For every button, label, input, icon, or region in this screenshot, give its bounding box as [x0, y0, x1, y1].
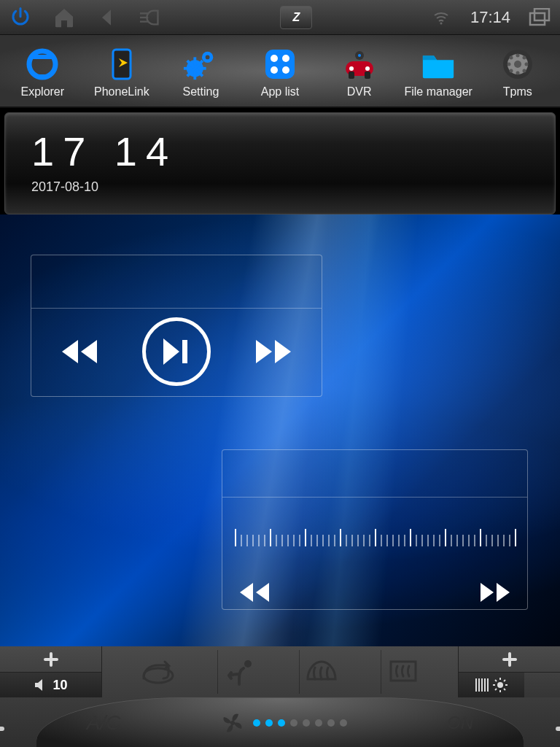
rewind-button[interactable]: [61, 338, 98, 365]
svg-point-35: [509, 56, 513, 60]
main-area: [0, 214, 560, 646]
applist-icon: [262, 46, 298, 82]
explorer-icon: [24, 46, 61, 82]
app-label: File manager: [404, 85, 472, 98]
sun-icon: [492, 677, 508, 693]
app-label: DVR: [347, 85, 372, 98]
svg-point-22: [358, 54, 361, 57]
svg-line-105: [495, 689, 497, 690]
svg-point-31: [516, 54, 519, 58]
temp-down-button[interactable]: [528, 711, 560, 747]
svg-point-33: [507, 63, 510, 66]
svg-rect-91: [391, 662, 416, 681]
svg-rect-5: [534, 9, 549, 20]
climate-mode-row: [102, 646, 458, 697]
clock-time: 17 14: [31, 128, 529, 175]
svg-point-30: [514, 61, 521, 68]
svg-rect-4: [530, 13, 545, 25]
svg-point-3: [440, 22, 442, 24]
svg-point-27: [365, 66, 370, 71]
app-label: Explorer: [21, 85, 65, 98]
svg-point-11: [206, 55, 210, 60]
app-tpms[interactable]: Tpms: [478, 46, 557, 98]
svg-line-102: [495, 680, 497, 681]
forward-button[interactable]: [254, 338, 292, 365]
folder-icon: [420, 46, 456, 82]
front-defrost-button[interactable]: [299, 650, 343, 694]
status-bar: Z 17:14: [0, 0, 560, 35]
tuner-widget[interactable]: [222, 449, 528, 610]
svg-rect-24: [349, 71, 354, 79]
svg-rect-16: [265, 50, 295, 79]
tuner-scale[interactable]: [233, 529, 517, 549]
clock-panel[interactable]: 17 14 2017-08-10: [4, 112, 556, 214]
svg-point-36: [522, 69, 526, 73]
multitask-icon[interactable]: [528, 6, 551, 29]
volume-control: 10: [0, 646, 102, 697]
svg-rect-25: [365, 71, 370, 79]
brightness-display: [459, 673, 524, 697]
svg-point-32: [516, 71, 519, 75]
home-icon[interactable]: [52, 6, 76, 29]
svg-point-37: [522, 56, 526, 60]
app-label: Setting: [183, 85, 219, 98]
ac-label[interactable]: A/C: [87, 711, 121, 735]
fan-speed[interactable]: [221, 711, 347, 735]
temperature-control: [458, 646, 560, 697]
svg-point-18: [282, 55, 289, 62]
media-widget[interactable]: [31, 255, 322, 397]
svg-line-103: [504, 689, 505, 690]
svg-point-26: [349, 66, 354, 71]
rear-defrost-button[interactable]: [381, 650, 424, 694]
svg-point-34: [524, 63, 528, 66]
speaker-icon: [34, 678, 48, 692]
svg-rect-39: [182, 340, 187, 363]
ac-bar: A/C ON: [36, 697, 524, 747]
volume-value: 10: [52, 678, 67, 693]
app-explorer[interactable]: Explorer: [3, 46, 82, 98]
app-filemanager[interactable]: File manager: [399, 46, 478, 98]
svg-rect-106: [0, 727, 4, 731]
back-icon[interactable]: [96, 6, 120, 29]
ac-on-label[interactable]: ON: [447, 713, 473, 733]
dvr-icon: [341, 46, 378, 82]
app-applist[interactable]: App list: [241, 46, 320, 98]
svg-point-20: [282, 66, 289, 74]
bars-icon: [475, 677, 489, 693]
phonelink-icon: [104, 46, 140, 82]
brand-logo[interactable]: Z: [280, 6, 312, 29]
app-dvr[interactable]: DVR: [319, 46, 399, 98]
app-phonelink[interactable]: PhoneLink: [82, 46, 162, 98]
airflow-body-button[interactable]: [217, 650, 261, 694]
volume-up-button[interactable]: [0, 646, 101, 673]
temp-up-button[interactable]: [459, 646, 560, 673]
setting-icon: [182, 46, 219, 82]
svg-point-38: [509, 69, 513, 73]
svg-point-90: [244, 660, 252, 667]
tune-up-button[interactable]: [479, 581, 511, 603]
fan-icon: [221, 711, 244, 735]
tire-icon: [499, 46, 536, 82]
svg-line-104: [504, 680, 505, 681]
svg-rect-108: [556, 727, 560, 731]
recirculate-button[interactable]: [136, 650, 179, 694]
app-label: App list: [261, 85, 299, 98]
power-icon[interactable]: [9, 6, 32, 29]
svg-point-17: [271, 55, 278, 62]
wifi-icon: [429, 6, 453, 29]
svg-point-97: [497, 682, 503, 688]
status-time: 17:14: [470, 8, 510, 27]
volume-display: 10: [0, 673, 101, 697]
tune-down-button[interactable]: [238, 581, 271, 603]
app-row: Explorer PhoneLink Setting App list DVR …: [0, 35, 560, 108]
volume-down-button[interactable]: [0, 711, 32, 747]
play-pause-button[interactable]: [142, 317, 211, 386]
app-setting[interactable]: Setting: [161, 46, 241, 98]
svg-point-19: [271, 66, 278, 74]
bottom-dock: 10: [0, 646, 560, 747]
headlight-icon[interactable]: [140, 6, 163, 29]
app-label: PhoneLink: [94, 85, 149, 98]
app-label: Tpms: [503, 85, 532, 98]
clock-date: 2017-08-10: [31, 179, 529, 195]
